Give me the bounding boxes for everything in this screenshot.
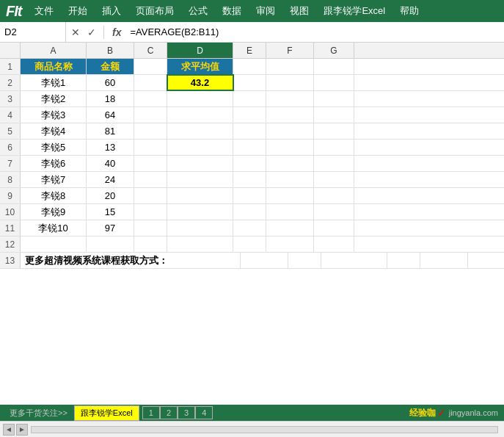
- cell-e2[interactable]: [233, 75, 266, 90]
- cell-d8[interactable]: [167, 172, 233, 187]
- cell-g2[interactable]: [314, 75, 354, 90]
- scroll-left-arrow[interactable]: ◄: [3, 424, 15, 436]
- scroll-right-arrow[interactable]: ►: [16, 424, 28, 436]
- menu-insert[interactable]: 插入: [95, 1, 128, 21]
- menu-formula[interactable]: 公式: [181, 1, 215, 21]
- cell-b1[interactable]: 金额: [87, 59, 134, 74]
- cell-f8[interactable]: [266, 172, 314, 187]
- cell-d12[interactable]: [167, 236, 233, 252]
- cell-f2[interactable]: [266, 75, 314, 90]
- cell-c7[interactable]: [134, 156, 167, 171]
- cell-b13[interactable]: [241, 253, 288, 268]
- col-header-f[interactable]: F: [266, 43, 314, 58]
- cell-a11[interactable]: 李锐10: [21, 220, 87, 236]
- cancel-icon[interactable]: ✕: [69, 25, 82, 40]
- cell-b11[interactable]: 97: [87, 220, 134, 236]
- cell-d6[interactable]: [167, 140, 233, 155]
- cell-d3[interactable]: [167, 91, 233, 106]
- cell-a3[interactable]: 李锐2: [21, 91, 87, 106]
- cell-c8[interactable]: [134, 172, 167, 187]
- cell-c6[interactable]: [134, 140, 167, 155]
- cell-e5[interactable]: [233, 123, 266, 139]
- col-header-g[interactable]: G: [314, 43, 354, 58]
- page-num-1[interactable]: 1: [142, 406, 160, 419]
- menu-view[interactable]: 视图: [282, 1, 316, 21]
- cell-a12[interactable]: [21, 236, 87, 252]
- cell-d4[interactable]: [167, 107, 233, 123]
- menu-file[interactable]: 文件: [27, 1, 61, 21]
- cell-a7[interactable]: 李锐6: [21, 156, 87, 171]
- menu-home[interactable]: 开始: [61, 1, 95, 21]
- cell-d1[interactable]: 求平均值: [167, 59, 233, 74]
- cell-a13[interactable]: 更多超清视频系统课程获取方式：: [21, 253, 241, 268]
- col-header-e[interactable]: E: [233, 43, 266, 58]
- page-num-4[interactable]: 4: [195, 406, 213, 419]
- cell-c12[interactable]: [134, 236, 167, 252]
- col-header-d[interactable]: D: [167, 43, 233, 58]
- cell-g1[interactable]: [314, 59, 354, 74]
- cell-g11[interactable]: [314, 220, 354, 236]
- cell-a6[interactable]: 李锐5: [21, 140, 87, 155]
- cell-e1[interactable]: [233, 59, 266, 74]
- cell-c11[interactable]: [134, 220, 167, 236]
- cell-b10[interactable]: 15: [87, 204, 134, 220]
- cell-f7[interactable]: [266, 156, 314, 171]
- cell-d2[interactable]: 43.2: [167, 75, 233, 90]
- scrollbar-track[interactable]: [31, 426, 498, 433]
- cell-d7[interactable]: [167, 156, 233, 171]
- cell-c3[interactable]: [134, 91, 167, 106]
- cell-a8[interactable]: 李锐7: [21, 172, 87, 187]
- cell-e6[interactable]: [233, 140, 266, 155]
- col-header-a[interactable]: A: [21, 43, 87, 58]
- cell-f9[interactable]: [266, 188, 314, 203]
- cell-name-box[interactable]: D2: [0, 22, 66, 42]
- cell-a5[interactable]: 李锐4: [21, 123, 87, 139]
- cell-e8[interactable]: [233, 172, 266, 187]
- cell-b8[interactable]: 24: [87, 172, 134, 187]
- cell-c5[interactable]: [134, 123, 167, 139]
- cell-f5[interactable]: [266, 123, 314, 139]
- col-header-b[interactable]: B: [87, 43, 134, 58]
- cell-b2[interactable]: 60: [87, 75, 134, 90]
- cell-g8[interactable]: [314, 172, 354, 187]
- page-num-2[interactable]: 2: [160, 406, 178, 419]
- cell-c10[interactable]: [134, 204, 167, 220]
- menu-data[interactable]: 数据: [215, 1, 249, 21]
- cell-g5[interactable]: [314, 123, 354, 139]
- menu-help[interactable]: 帮助: [392, 1, 426, 21]
- cell-c4[interactable]: [134, 107, 167, 123]
- cell-d5[interactable]: [167, 123, 233, 139]
- menu-page-layout[interactable]: 页面布局: [128, 1, 181, 21]
- cell-c2[interactable]: [134, 75, 167, 90]
- cell-e11[interactable]: [233, 220, 266, 236]
- cell-e13[interactable]: [387, 253, 420, 268]
- cell-b9[interactable]: 20: [87, 188, 134, 203]
- cell-b4[interactable]: 64: [87, 107, 134, 123]
- cell-g13[interactable]: [468, 253, 504, 268]
- cell-f4[interactable]: [266, 107, 314, 123]
- cell-e12[interactable]: [233, 236, 266, 252]
- cell-a10[interactable]: 李锐9: [21, 204, 87, 220]
- cell-e4[interactable]: [233, 107, 266, 123]
- cell-f11[interactable]: [266, 220, 314, 236]
- cell-d10[interactable]: [167, 204, 233, 220]
- cell-e3[interactable]: [233, 91, 266, 106]
- cell-g4[interactable]: [314, 107, 354, 123]
- cell-f1[interactable]: [266, 59, 314, 74]
- cell-f13[interactable]: [420, 253, 468, 268]
- cell-b5[interactable]: 81: [87, 123, 134, 139]
- cell-b3[interactable]: 18: [87, 91, 134, 106]
- cell-b6[interactable]: 13: [87, 140, 134, 155]
- cell-c9[interactable]: [134, 188, 167, 203]
- active-sheet-tab[interactable]: 跟李锐学Excel: [74, 405, 139, 421]
- cell-b7[interactable]: 40: [87, 156, 134, 171]
- cell-e10[interactable]: [233, 204, 266, 220]
- cell-c13[interactable]: [288, 253, 321, 268]
- cell-g3[interactable]: [314, 91, 354, 106]
- col-header-c[interactable]: C: [134, 43, 167, 58]
- cell-c1[interactable]: [134, 59, 167, 74]
- cell-d13[interactable]: [321, 253, 387, 268]
- menu-review[interactable]: 审阅: [249, 1, 282, 21]
- cell-a9[interactable]: 李锐8: [21, 188, 87, 203]
- cell-g7[interactable]: [314, 156, 354, 171]
